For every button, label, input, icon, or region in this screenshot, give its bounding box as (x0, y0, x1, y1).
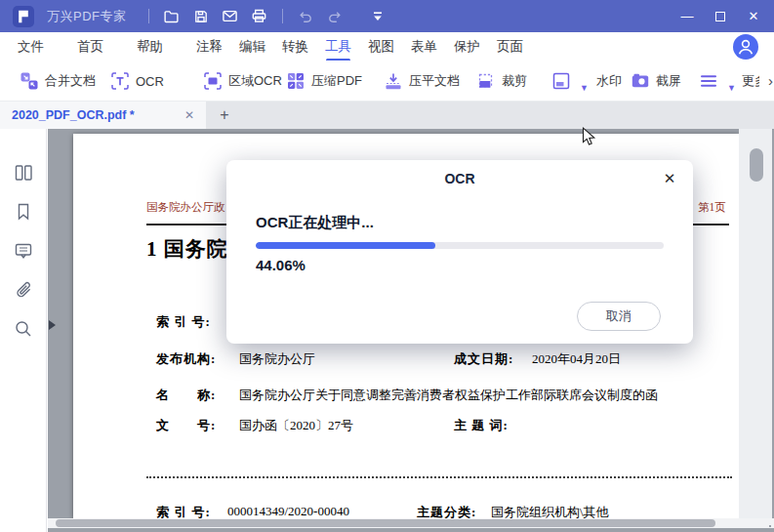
window-controls: — ✕ (671, 0, 774, 32)
menu-protect[interactable]: 保护 (454, 38, 480, 56)
menu-tools[interactable]: 工具 (325, 38, 351, 56)
compress-pdf-icon (286, 71, 306, 91)
titlebar-separator (148, 9, 149, 23)
field-category-label: 主题分类: (417, 504, 476, 518)
customize-toolbar-icon[interactable] (363, 0, 392, 32)
field-name-value: 国务院办公厅关于同意调整完善消费者权益保护工作部际联席会议制度的函 (239, 387, 658, 404)
title-bar: 万兴PDF专家 — ✕ (0, 0, 774, 32)
crop-icon (476, 71, 496, 91)
area-ocr-icon (203, 71, 223, 91)
page-thumbnails-icon[interactable] (13, 162, 36, 185)
tool-label: OCR (136, 74, 164, 89)
menu-help[interactable]: 帮助 (137, 38, 163, 56)
field-keyword-label: 主 题 词: (454, 417, 509, 434)
field-index-label: 索 引 号: (156, 313, 211, 331)
tool-label: 截屏 (656, 72, 681, 90)
search-icon[interactable] (13, 318, 36, 342)
dialog-title: OCR (226, 171, 693, 186)
sidebar-expand-handle-icon[interactable] (49, 320, 56, 330)
more-tools-button[interactable]: ▼更多 (699, 61, 759, 102)
open-file-icon[interactable] (157, 0, 186, 32)
menu-convert[interactable]: 转换 (282, 38, 308, 56)
dropdown-caret-icon: ▼ (580, 83, 589, 93)
navigation-sidebar (0, 129, 47, 532)
save-icon[interactable] (186, 0, 216, 32)
menu-form[interactable]: 表单 (411, 38, 437, 56)
maximize-icon (715, 12, 725, 21)
ocr-progress-fill (256, 242, 435, 249)
merge-documents-icon (20, 71, 39, 91)
attachments-icon[interactable] (13, 279, 36, 303)
tool-label: 合并文档 (45, 72, 96, 90)
screenshot-button[interactable]: 截屏 (631, 61, 681, 102)
merge-documents-button[interactable]: 合并文档 (20, 61, 96, 102)
ocr-progress-dialog: OCR ✕ OCR正在处理中... 44.06% 取消 (226, 160, 693, 344)
menu-file[interactable]: 文件 (18, 38, 44, 56)
compress-pdf-button[interactable]: 压缩PDF (286, 61, 362, 102)
menu-edit[interactable]: 编辑 (239, 38, 265, 56)
toolbar-overflow-chevron[interactable]: › (768, 72, 773, 89)
tool-label: 更多 (742, 72, 759, 90)
menu-page[interactable]: 页面 (497, 38, 523, 56)
doc-page-header-left: 国务院办公厅政 (146, 200, 225, 215)
vertical-scrollbar-thumb[interactable] (750, 148, 763, 182)
bookmarks-icon[interactable] (13, 201, 36, 225)
vertical-scrollbar[interactable] (739, 129, 772, 518)
horizontal-scrollbar[interactable] (48, 518, 774, 528)
ocr-progress-percent: 44.06% (256, 257, 306, 273)
resize-grip-icon[interactable] (761, 521, 771, 531)
watermark-icon (551, 71, 571, 91)
close-button[interactable]: ✕ (737, 0, 770, 32)
account-avatar[interactable] (733, 34, 758, 60)
document-tab-bar: 2020_PDF_OCR.pdf * ✕ + (0, 102, 774, 129)
tool-label: 区域OCR (228, 72, 282, 90)
ocr-button[interactable]: OCR (110, 61, 164, 102)
email-icon[interactable] (216, 0, 245, 32)
horizontal-scrollbar-thumb[interactable] (56, 519, 715, 527)
tool-label: 水印 (596, 72, 622, 90)
ocr-status-text: OCR正在处理中... (256, 214, 374, 232)
undo-icon[interactable] (291, 0, 320, 32)
cancel-button[interactable]: 取消 (577, 302, 661, 331)
field-name-label: 名 称: (156, 387, 216, 404)
maximize-button[interactable] (704, 0, 737, 32)
field-docnum-value: 国办函〔2020〕27号 (239, 417, 353, 434)
comments-icon[interactable] (13, 240, 36, 264)
field-docnum-label: 文 号: (156, 417, 216, 434)
field-issuer-label: 发布机构: (156, 350, 216, 368)
field-date-value: 2020年04月20日 (532, 350, 621, 368)
mouse-cursor (582, 127, 598, 147)
dialog-close-icon[interactable]: ✕ (660, 169, 679, 188)
menu-comment[interactable]: 注释 (196, 38, 223, 56)
field-category-value: 国务院组织机构\其他 (491, 504, 609, 518)
titlebar-separator (282, 9, 283, 23)
tools-toolbar: 合并文档 OCR 区域OCR 压缩PDF (0, 61, 774, 102)
new-tab-button[interactable]: + (214, 104, 235, 126)
menu-home[interactable]: 首页 (77, 38, 103, 56)
tab-close-icon[interactable]: ✕ (184, 108, 194, 122)
field-index2-value: 000014349/2020-00040 (227, 504, 349, 518)
watermark-button[interactable]: ▼水印 (551, 61, 622, 102)
field-issuer-value: 国务院办公厅 (239, 350, 315, 368)
tool-label: 裁剪 (502, 72, 527, 90)
doc-dotted-divider (146, 476, 732, 478)
tool-label: 压缩PDF (311, 72, 362, 90)
flatten-document-button[interactable]: 压平文档 (384, 61, 460, 102)
redo-icon[interactable] (320, 0, 349, 32)
doc-page-header-right: 第1页 (698, 200, 726, 215)
tab-title: 2020_PDF_OCR.pdf * (12, 108, 177, 122)
flatten-document-icon (384, 71, 403, 91)
field-date-label: 成文日期: (454, 350, 513, 368)
document-tab[interactable]: 2020_PDF_OCR.pdf * ✕ (0, 102, 206, 129)
application-window: 万兴PDF专家 — ✕ 文件 首页 帮助 (0, 0, 774, 532)
menu-view[interactable]: 视图 (368, 38, 394, 56)
tool-label: 压平文档 (409, 72, 460, 90)
more-tools-icon (699, 71, 718, 91)
menu-bar: 文件 首页 帮助 注释 编辑 转换 工具 视图 表单 保护 页面 (0, 32, 774, 61)
print-icon[interactable] (245, 0, 274, 32)
app-logo-icon (13, 6, 34, 27)
crop-button[interactable]: 裁剪 (476, 61, 527, 102)
minimize-button[interactable]: — (671, 0, 704, 32)
area-ocr-button[interactable]: 区域OCR (203, 61, 282, 102)
doc-heading: 1 国务院 (146, 235, 228, 263)
